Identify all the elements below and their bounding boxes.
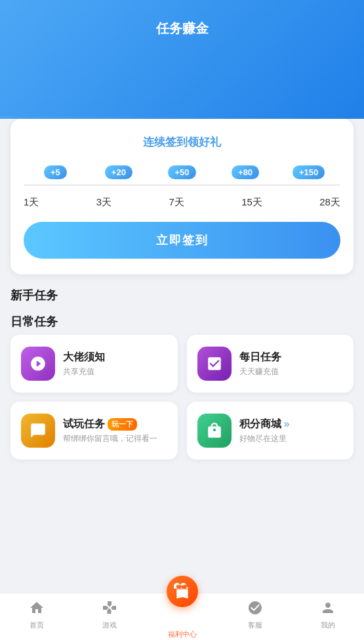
checkin-divider xyxy=(24,184,340,186)
home-icon xyxy=(27,598,47,618)
task-name-4: 积分商城 xyxy=(239,417,281,431)
days-5: 28天 xyxy=(319,196,340,209)
days-3: 7天 xyxy=(169,196,184,209)
checkin-card-title: 连续签到领好礼 xyxy=(24,135,340,150)
task-desc-4: 好物尽在这里 xyxy=(239,433,290,444)
bottom-nav: 首页 游戏 福利中心 客服 xyxy=(0,593,364,640)
task-desc-3: 帮绑绑你留言哦，记得看一 xyxy=(63,433,167,444)
task-name-3: 试玩任务 玩一下 xyxy=(63,417,167,431)
task-grid: 大佬须知 共享充值 每日任务 天天赚充值 xyxy=(10,335,354,459)
task-text-4: 积分商城 » 好物尽在这里 xyxy=(239,417,290,444)
nav-service-label: 客服 xyxy=(248,620,262,630)
task-desc-1: 共享充值 xyxy=(63,366,105,377)
days-4: 15天 xyxy=(241,196,262,209)
task-icon-2 xyxy=(197,347,232,381)
checkin-milestones: +5 +20 +50 +80 +150 xyxy=(24,165,340,179)
milestone-3: +50 xyxy=(150,165,214,179)
nav-game[interactable]: 游戏 xyxy=(73,598,146,630)
milestone-badge-5: +150 xyxy=(293,165,325,179)
header-bg: 任务赚金 xyxy=(0,0,364,116)
checkin-card: 连续签到领好礼 +5 +20 +50 +80 +150 xyxy=(10,119,354,274)
task-desc-2: 天天赚充值 xyxy=(239,366,281,377)
days-2: 3天 xyxy=(96,196,111,209)
welfare-circle xyxy=(167,576,198,607)
task-overlay-3: 玩一下 xyxy=(108,418,137,431)
checkin-button[interactable]: 立即签到 xyxy=(24,222,340,259)
nav-home-label: 首页 xyxy=(30,620,44,630)
task-name-2: 每日任务 xyxy=(239,351,281,364)
welfare-icon xyxy=(172,589,192,608)
main-content: 连续签到领好礼 +5 +20 +50 +80 +150 xyxy=(0,119,364,512)
days-1: 1天 xyxy=(24,196,39,209)
task-card-1[interactable]: 大佬须知 共享充值 xyxy=(10,335,178,393)
game-icon xyxy=(100,598,119,618)
milestone-2: +20 xyxy=(87,165,151,179)
nav-welfare-label: 福利中心 xyxy=(168,629,197,639)
task-icon-4 xyxy=(197,414,232,448)
milestone-badge-2: +20 xyxy=(105,165,132,179)
task-text-1: 大佬须知 共享充值 xyxy=(63,351,105,377)
task-name-row-4: 积分商城 » xyxy=(239,417,290,431)
task-card-2[interactable]: 每日任务 天天赚充值 xyxy=(187,335,354,393)
nav-game-label: 游戏 xyxy=(102,620,117,630)
milestone-days-row: 1天 3天 7天 15天 28天 xyxy=(24,196,340,209)
nav-profile-label: 我的 xyxy=(321,620,335,630)
nav-home[interactable]: 首页 xyxy=(0,598,73,630)
task-icon-1 xyxy=(21,347,55,381)
nav-service[interactable]: 客服 xyxy=(218,598,291,630)
task-icon-3 xyxy=(21,414,55,448)
section-daily-title: 日常任务 xyxy=(10,314,354,330)
service-icon xyxy=(245,598,265,618)
scroll-area[interactable]: 任务赚金 🐱 已连续签到0天 查看积分记录 → ¥ 0 连续签到领好礼 +5 xyxy=(0,0,364,593)
nav-welfare[interactable]: 福利中心 xyxy=(146,589,218,639)
page-title: 任务赚金 xyxy=(0,13,364,37)
milestone-5: +150 xyxy=(277,165,340,179)
section-newbie-title: 新手任务 xyxy=(10,288,354,303)
task-card-4[interactable]: 积分商城 » 好物尽在这里 xyxy=(187,402,354,459)
milestone-badge-4: +80 xyxy=(232,165,259,179)
milestone-badge-1: +5 xyxy=(44,165,67,179)
task-name-1: 大佬须知 xyxy=(63,351,105,364)
nav-profile[interactable]: 我的 xyxy=(291,598,364,630)
milestone-1: +5 xyxy=(24,165,87,179)
milestone-4: +80 xyxy=(214,165,277,179)
profile-icon xyxy=(318,598,338,618)
task-card-3[interactable]: 试玩任务 玩一下 帮绑绑你留言哦，记得看一 xyxy=(10,402,178,459)
task-text-3: 试玩任务 玩一下 帮绑绑你留言哦，记得看一 xyxy=(63,417,167,444)
task-arrow-4: » xyxy=(284,418,290,430)
milestone-badge-3: +50 xyxy=(168,165,195,179)
task-text-2: 每日任务 天天赚充值 xyxy=(239,351,281,377)
